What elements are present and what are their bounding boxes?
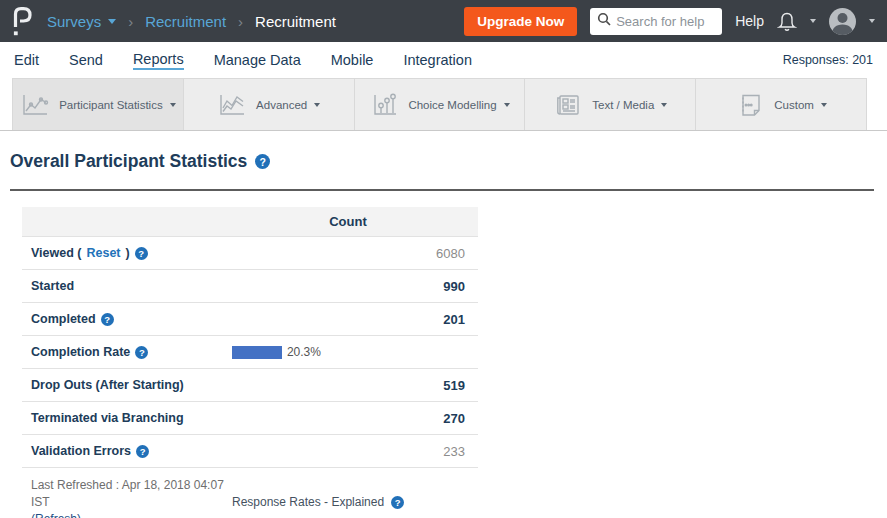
completion-rate-value: 20.3% <box>287 345 321 359</box>
row-value: 519 <box>443 378 478 393</box>
responses-count: Responses: 201 <box>783 53 873 67</box>
notifications-bell-icon[interactable] <box>777 11 797 32</box>
table-row-terminated: Terminated via Branching 270 <box>22 402 478 435</box>
row-label: Viewed ( Reset ) <box>31 246 148 260</box>
search-input[interactable] <box>616 14 715 29</box>
help-search-box[interactable] <box>590 8 722 35</box>
row-value: 201 <box>443 312 478 327</box>
section-divider <box>10 189 874 191</box>
search-icon <box>597 12 611 30</box>
reset-link[interactable]: Reset <box>86 246 120 260</box>
row-label: Completed <box>31 312 114 326</box>
breadcrumb-surveys[interactable]: Surveys <box>47 13 116 30</box>
table-footer: Last Refreshed : Apr 18, 2018 04:07 IST … <box>31 477 887 518</box>
last-refreshed: Last Refreshed : Apr 18, 2018 04:07 IST … <box>31 477 232 518</box>
help-icon[interactable] <box>135 247 148 260</box>
chevron-down-icon <box>314 103 320 107</box>
nav-item-reports[interactable]: Reports <box>133 51 184 70</box>
breadcrumb-separator: › <box>238 13 243 30</box>
table-header-row: Count <box>22 207 478 237</box>
report-tabs: Participant Statistics Advanced Choice M… <box>0 78 887 131</box>
tab-advanced[interactable]: Advanced <box>184 78 355 130</box>
nav-item-edit[interactable]: Edit <box>14 52 39 68</box>
completion-rate-bar: 20.3% <box>232 345 478 359</box>
row-value: 233 <box>443 444 478 459</box>
tab-choice-modelling[interactable]: Choice Modelling <box>355 78 526 130</box>
upgrade-now-button[interactable]: Upgrade Now <box>464 7 577 36</box>
chevron-down-icon <box>821 103 827 107</box>
table-row-started: Started 990 <box>22 270 478 303</box>
breadcrumb-surveys-label: Surveys <box>47 13 101 30</box>
tab-text-media[interactable]: Text / Media <box>525 78 696 130</box>
nav-item-manage-data[interactable]: Manage Data <box>214 52 301 68</box>
page-title: Overall Participant Statistics <box>10 151 247 172</box>
chevron-down-icon <box>108 19 116 24</box>
row-label: Completion Rate <box>31 345 232 359</box>
line-chart-icon <box>20 92 50 118</box>
help-icon[interactable] <box>135 346 148 359</box>
account-dropdown-caret-icon[interactable] <box>869 19 875 23</box>
tab-participant-statistics[interactable]: Participant Statistics <box>12 78 184 130</box>
row-label: Terminated via Branching <box>31 411 184 425</box>
breadcrumb-parent-survey[interactable]: Recruitment <box>145 13 226 30</box>
response-rates-explained: Response Rates - Explained <box>232 477 404 518</box>
table-row-viewed: Viewed ( Reset ) 6080 <box>22 237 478 270</box>
breadcrumb: Surveys › Recruitment › Recruitment <box>47 13 336 30</box>
help-icon[interactable] <box>101 313 114 326</box>
help-icon[interactable] <box>136 445 149 458</box>
nav-item-send[interactable]: Send <box>69 52 103 68</box>
table-row-completion-rate: Completion Rate 20.3% <box>22 336 478 369</box>
row-label: Started <box>31 279 74 293</box>
tab-label: Custom <box>774 99 814 111</box>
tab-label: Participant Statistics <box>59 99 163 111</box>
bar-fill <box>232 346 282 359</box>
last-refreshed-text: Last Refreshed : Apr 18, 2018 04:07 IST <box>31 478 224 509</box>
table-row-completed: Completed 201 <box>22 303 478 336</box>
nav-item-integration[interactable]: Integration <box>403 52 472 68</box>
lollipop-chart-icon <box>369 92 399 118</box>
nav-item-mobile[interactable]: Mobile <box>331 52 374 68</box>
row-label: Drop Outs (After Starting) <box>31 378 184 392</box>
tab-custom[interactable]: Custom <box>696 78 867 130</box>
row-value: 990 <box>443 279 478 294</box>
help-icon[interactable] <box>255 154 270 169</box>
response-rates-label[interactable]: Response Rates - Explained <box>232 494 384 511</box>
row-label: Validation Errors <box>31 444 149 458</box>
questionpro-logo-icon[interactable] <box>12 6 33 36</box>
survey-nav: Edit Send Reports Manage Data Mobile Int… <box>0 42 887 78</box>
row-value: 270 <box>443 411 478 426</box>
table-row-validation-errors: Validation Errors 233 <box>22 435 478 468</box>
breadcrumb-separator: › <box>128 13 133 30</box>
document-icon <box>735 92 765 118</box>
tab-label: Advanced <box>256 99 307 111</box>
table-row-drop-outs: Drop Outs (After Starting) 519 <box>22 369 478 402</box>
tab-label: Choice Modelling <box>408 99 496 111</box>
breadcrumb-current-survey: Recruitment <box>255 13 336 30</box>
bell-dropdown-caret-icon[interactable] <box>810 19 816 23</box>
multi-line-chart-icon <box>217 92 247 118</box>
help-icon[interactable] <box>391 496 404 509</box>
row-value: 6080 <box>436 246 478 261</box>
count-column-header: Count <box>232 214 478 229</box>
chevron-down-icon <box>170 103 176 107</box>
tab-label: Text / Media <box>592 99 654 111</box>
newspaper-icon <box>553 92 583 118</box>
refresh-link[interactable]: (Refresh) <box>31 512 81 518</box>
help-menu[interactable]: Help <box>735 13 764 29</box>
chevron-down-icon <box>504 103 510 107</box>
topbar: Surveys › Recruitment › Recruitment Upgr… <box>0 0 887 42</box>
participant-statistics-table: Count Viewed ( Reset ) 6080 Started 990 … <box>22 207 478 468</box>
chevron-down-icon <box>661 103 667 107</box>
topbar-right: Upgrade Now Help <box>464 7 875 36</box>
user-avatar[interactable] <box>829 8 856 35</box>
